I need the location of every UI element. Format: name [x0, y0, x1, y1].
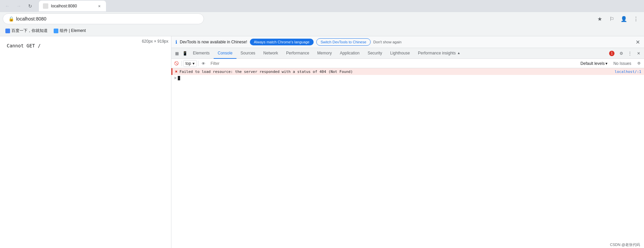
- bookmark-star-button[interactable]: ★: [594, 13, 605, 24]
- default-levels-button[interactable]: Default levels ▾: [579, 60, 609, 67]
- devtools-banner: ℹ DevTools is now available in Chinese! …: [171, 36, 644, 48]
- tab-security[interactable]: Security: [364, 48, 386, 59]
- console-prompt-row[interactable]: >: [171, 75, 644, 81]
- eye-filter-button[interactable]: 👁: [200, 60, 207, 67]
- devtools-tab-bar: ▦ 📱 Elements Console Sources Network Per…: [171, 48, 644, 59]
- reload-button[interactable]: ↻: [25, 1, 35, 11]
- bookmark-element[interactable]: 组件 | Element: [51, 27, 89, 35]
- page-error-message: Cannot GET /: [7, 43, 164, 48]
- tab-lighthouse[interactable]: Lighthouse: [386, 48, 414, 59]
- banner-message: DevTools is now available in Chinese!: [180, 40, 247, 44]
- clear-console-button[interactable]: 🚫: [173, 60, 180, 67]
- console-output: ✖ Failed to load resource: the server re…: [171, 68, 644, 248]
- forward-button[interactable]: →: [14, 1, 23, 11]
- tab-sources[interactable]: Sources: [236, 48, 259, 59]
- bookmark-favicon-element: [54, 29, 58, 33]
- tab-title: localhost:8080: [51, 4, 94, 8]
- tab-favicon: [43, 3, 48, 9]
- bookmark-label-element: 组件 | Element: [60, 28, 86, 34]
- tab-console[interactable]: Console: [214, 48, 236, 59]
- tab-application[interactable]: Application: [336, 48, 364, 59]
- bookmarks-bar: 百度一下，你就知道 组件 | Element: [0, 26, 644, 36]
- console-settings-button[interactable]: ⚙: [635, 60, 643, 67]
- console-error-text: Failed to load resource: the server resp…: [179, 70, 353, 74]
- error-count-button[interactable]: 1: [607, 49, 616, 57]
- bookmark-label-baidu: 百度一下，你就知道: [11, 28, 48, 34]
- browser-chrome: ← → ↻ localhost:8080 ✕ 🔒 localhost:8080 …: [0, 0, 644, 36]
- tab-network[interactable]: Network: [259, 48, 282, 59]
- tab-performance[interactable]: Performance: [282, 48, 313, 59]
- dont-show-again-button[interactable]: Don't show again: [373, 40, 401, 44]
- extensions-button[interactable]: ⚐: [606, 13, 617, 24]
- always-match-language-button[interactable]: Always match Chrome's language: [250, 39, 314, 45]
- switch-devtools-button[interactable]: Switch DevTools to Chinese: [316, 38, 371, 46]
- context-chevron-icon: ▾: [193, 61, 195, 66]
- back-button[interactable]: ←: [3, 1, 12, 11]
- bookmark-favicon-baidu: [5, 29, 10, 33]
- browser-tab[interactable]: localhost:8080 ✕: [39, 1, 106, 11]
- page-size-indicator: 620px × 919px: [142, 39, 168, 44]
- profile-button[interactable]: 👤: [619, 13, 629, 24]
- toolbar-icons: ★ ⚐ 👤 ⋮: [594, 13, 641, 24]
- info-icon: ℹ: [175, 39, 177, 45]
- devtools-settings-button[interactable]: ⚙: [617, 49, 625, 57]
- page-content: 620px × 919px Cannot GET /: [0, 36, 171, 248]
- chevron-down-icon: ▾: [605, 61, 607, 66]
- devtools-right-icons: 1 ⚙ ⋮ ✕: [607, 49, 643, 57]
- status-bar: CSDN @老张代码: [606, 242, 644, 248]
- prompt-arrow-icon: >: [174, 76, 176, 80]
- error-icon: ✖: [175, 69, 177, 74]
- console-toolbar: 🚫 top ▾ 👁 Default levels ▾ No Issues ⚙: [171, 59, 644, 68]
- console-error-link[interactable]: localhost/:1: [615, 70, 641, 74]
- status-text: CSDN @老张代码: [610, 243, 640, 247]
- url-display: localhost:8080: [16, 16, 46, 22]
- error-badge: 1: [609, 51, 614, 56]
- tab-performance-insights[interactable]: Performance insights ▲: [414, 48, 465, 59]
- performance-insights-icon: ▲: [457, 51, 461, 55]
- devtools-inspect-button[interactable]: ▦: [173, 49, 181, 57]
- tab-close-button[interactable]: ✕: [97, 3, 102, 9]
- no-issues-label: No Issues: [611, 61, 634, 66]
- console-separator-2: [198, 61, 199, 66]
- context-selector[interactable]: top ▾: [183, 60, 197, 67]
- console-error-row: ✖ Failed to load resource: the server re…: [171, 68, 644, 75]
- main-area: 620px × 919px Cannot GET / ℹ DevTools is…: [0, 36, 644, 248]
- filter-input[interactable]: [209, 60, 577, 67]
- banner-close-button[interactable]: ✕: [636, 39, 640, 45]
- tab-bar: ← → ↻ localhost:8080 ✕: [0, 0, 644, 12]
- menu-button[interactable]: ⋮: [631, 13, 641, 24]
- console-separator-1: [181, 61, 182, 66]
- bookmark-baidu[interactable]: 百度一下，你就知道: [3, 27, 50, 35]
- tab-memory[interactable]: Memory: [313, 48, 336, 59]
- tab-elements[interactable]: Elements: [189, 48, 214, 59]
- devtools-more-button[interactable]: ⋮: [626, 49, 634, 57]
- context-label: top: [185, 61, 191, 66]
- address-input[interactable]: 🔒 localhost:8080: [3, 13, 204, 24]
- devtools-panel: ℹ DevTools is now available in Chinese! …: [171, 36, 644, 248]
- address-bar: 🔒 localhost:8080 ★ ⚐ 👤 ⋮: [0, 12, 644, 26]
- nav-controls: ← → ↻: [3, 1, 35, 11]
- lock-icon: 🔒: [8, 16, 14, 22]
- prompt-cursor: [178, 76, 180, 80]
- devtools-device-button[interactable]: 📱: [181, 49, 189, 57]
- devtools-close-button[interactable]: ✕: [635, 49, 643, 57]
